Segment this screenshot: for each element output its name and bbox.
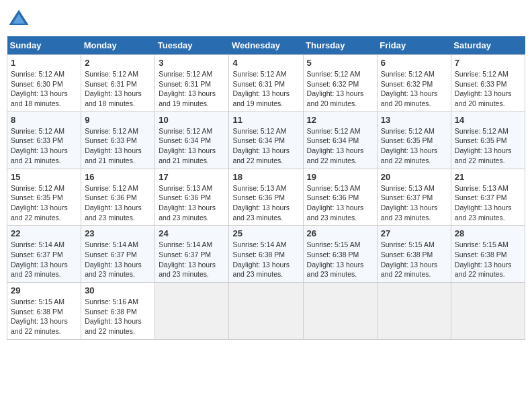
weekday-header-monday: Monday (81, 36, 155, 55)
cell-details: Sunrise: 5:16 AMSunset: 6:38 PMDaylight:… (85, 297, 151, 336)
cell-details: Sunrise: 5:12 AMSunset: 6:32 PMDaylight:… (307, 69, 373, 109)
weekday-header-saturday: Saturday (451, 36, 525, 55)
cell-details: Sunrise: 5:12 AMSunset: 6:35 PMDaylight:… (381, 126, 447, 166)
calendar-cell: 21Sunrise: 5:13 AMSunset: 6:37 PMDayligh… (451, 169, 525, 226)
cell-details: Sunrise: 5:12 AMSunset: 6:35 PMDaylight:… (455, 126, 521, 166)
cell-details: Sunrise: 5:13 AMSunset: 6:37 PMDaylight:… (381, 183, 447, 223)
calendar-cell: 4Sunrise: 5:12 AMSunset: 6:31 PMDaylight… (229, 55, 303, 112)
day-number: 26 (307, 228, 373, 238)
cell-details: Sunrise: 5:13 AMSunset: 6:37 PMDaylight:… (455, 183, 521, 223)
day-number: 9 (85, 115, 151, 125)
cell-details: Sunrise: 5:12 AMSunset: 6:34 PMDaylight:… (232, 126, 299, 166)
calendar-cell (155, 283, 229, 340)
calendar-week-row: 29Sunrise: 5:15 AMSunset: 6:38 PMDayligh… (7, 283, 525, 340)
calendar-cell: 12Sunrise: 5:12 AMSunset: 6:34 PMDayligh… (303, 111, 377, 169)
cell-details: Sunrise: 5:14 AMSunset: 6:38 PMDaylight:… (232, 240, 299, 279)
calendar-cell: 18Sunrise: 5:13 AMSunset: 6:36 PMDayligh… (229, 169, 303, 226)
cell-details: Sunrise: 5:12 AMSunset: 6:33 PMDaylight:… (85, 126, 151, 166)
calendar-cell (377, 283, 451, 340)
calendar-week-row: 8Sunrise: 5:12 AMSunset: 6:33 PMDaylight… (7, 111, 525, 169)
calendar-cell: 30Sunrise: 5:16 AMSunset: 6:38 PMDayligh… (81, 283, 155, 340)
day-number: 18 (232, 172, 299, 182)
day-number: 23 (85, 228, 151, 238)
weekday-header-tuesday: Tuesday (155, 36, 229, 55)
day-number: 10 (159, 115, 225, 125)
logo (7, 7, 34, 31)
cell-details: Sunrise: 5:12 AMSunset: 6:36 PMDaylight:… (85, 183, 151, 223)
logo-icon (7, 7, 31, 31)
calendar-cell: 1Sunrise: 5:12 AMSunset: 6:30 PMDaylight… (7, 55, 81, 112)
day-number: 1 (11, 58, 77, 68)
day-number: 14 (455, 115, 521, 125)
day-number: 12 (307, 115, 373, 125)
calendar-week-row: 15Sunrise: 5:12 AMSunset: 6:35 PMDayligh… (7, 169, 525, 226)
calendar-cell: 17Sunrise: 5:13 AMSunset: 6:36 PMDayligh… (155, 169, 229, 226)
calendar-cell: 3Sunrise: 5:12 AMSunset: 6:31 PMDaylight… (155, 55, 229, 112)
cell-details: Sunrise: 5:14 AMSunset: 6:37 PMDaylight:… (11, 240, 77, 279)
calendar-cell: 10Sunrise: 5:12 AMSunset: 6:34 PMDayligh… (155, 111, 229, 169)
day-number: 29 (11, 285, 77, 295)
calendar-cell: 9Sunrise: 5:12 AMSunset: 6:33 PMDaylight… (81, 111, 155, 169)
day-number: 5 (307, 58, 373, 68)
cell-details: Sunrise: 5:15 AMSunset: 6:38 PMDaylight:… (381, 240, 447, 279)
cell-details: Sunrise: 5:15 AMSunset: 6:38 PMDaylight:… (455, 240, 521, 279)
cell-details: Sunrise: 5:13 AMSunset: 6:36 PMDaylight:… (307, 183, 373, 223)
calendar-cell (451, 283, 525, 340)
cell-details: Sunrise: 5:13 AMSunset: 6:36 PMDaylight:… (159, 183, 225, 223)
calendar-cell: 27Sunrise: 5:15 AMSunset: 6:38 PMDayligh… (377, 226, 451, 283)
cell-details: Sunrise: 5:12 AMSunset: 6:31 PMDaylight:… (232, 69, 299, 109)
day-number: 25 (232, 228, 299, 238)
day-number: 11 (232, 115, 299, 125)
calendar-cell: 16Sunrise: 5:12 AMSunset: 6:36 PMDayligh… (81, 169, 155, 226)
cell-details: Sunrise: 5:12 AMSunset: 6:31 PMDaylight:… (85, 69, 151, 109)
day-number: 21 (455, 172, 521, 182)
day-number: 30 (85, 285, 151, 295)
calendar-cell: 28Sunrise: 5:15 AMSunset: 6:38 PMDayligh… (451, 226, 525, 283)
calendar-cell: 23Sunrise: 5:14 AMSunset: 6:37 PMDayligh… (81, 226, 155, 283)
calendar-cell: 25Sunrise: 5:14 AMSunset: 6:38 PMDayligh… (229, 226, 303, 283)
calendar-cell (303, 283, 377, 340)
page-header (7, 7, 525, 31)
weekday-header-row: SundayMondayTuesdayWednesdayThursdayFrid… (7, 36, 525, 55)
calendar-week-row: 22Sunrise: 5:14 AMSunset: 6:37 PMDayligh… (7, 226, 525, 283)
weekday-header-friday: Friday (377, 36, 451, 55)
calendar-table: SundayMondayTuesdayWednesdayThursdayFrid… (7, 36, 525, 340)
calendar-cell: 26Sunrise: 5:15 AMSunset: 6:38 PMDayligh… (303, 226, 377, 283)
cell-details: Sunrise: 5:12 AMSunset: 6:31 PMDaylight:… (159, 69, 225, 109)
day-number: 17 (159, 172, 225, 182)
cell-details: Sunrise: 5:13 AMSunset: 6:36 PMDaylight:… (232, 183, 299, 223)
cell-details: Sunrise: 5:12 AMSunset: 6:32 PMDaylight:… (381, 69, 447, 109)
day-number: 15 (11, 172, 77, 182)
day-number: 13 (381, 115, 447, 125)
calendar-cell: 24Sunrise: 5:14 AMSunset: 6:37 PMDayligh… (155, 226, 229, 283)
day-number: 28 (455, 228, 521, 238)
day-number: 2 (85, 58, 151, 68)
cell-details: Sunrise: 5:12 AMSunset: 6:35 PMDaylight:… (11, 183, 77, 223)
day-number: 16 (85, 172, 151, 182)
calendar-cell: 22Sunrise: 5:14 AMSunset: 6:37 PMDayligh… (7, 226, 81, 283)
cell-details: Sunrise: 5:12 AMSunset: 6:33 PMDaylight:… (11, 126, 77, 166)
cell-details: Sunrise: 5:15 AMSunset: 6:38 PMDaylight:… (307, 240, 373, 279)
calendar-cell: 8Sunrise: 5:12 AMSunset: 6:33 PMDaylight… (7, 111, 81, 169)
day-number: 24 (159, 228, 225, 238)
day-number: 7 (455, 58, 521, 68)
day-number: 19 (307, 172, 373, 182)
calendar-cell: 11Sunrise: 5:12 AMSunset: 6:34 PMDayligh… (229, 111, 303, 169)
calendar-cell: 7Sunrise: 5:12 AMSunset: 6:33 PMDaylight… (451, 55, 525, 112)
day-number: 20 (381, 172, 447, 182)
cell-details: Sunrise: 5:12 AMSunset: 6:33 PMDaylight:… (455, 69, 521, 109)
day-number: 27 (381, 228, 447, 238)
calendar-cell: 5Sunrise: 5:12 AMSunset: 6:32 PMDaylight… (303, 55, 377, 112)
weekday-header-sunday: Sunday (7, 36, 81, 55)
cell-details: Sunrise: 5:12 AMSunset: 6:30 PMDaylight:… (11, 69, 77, 109)
calendar-cell: 6Sunrise: 5:12 AMSunset: 6:32 PMDaylight… (377, 55, 451, 112)
day-number: 4 (232, 58, 299, 68)
day-number: 22 (11, 228, 77, 238)
calendar-cell: 29Sunrise: 5:15 AMSunset: 6:38 PMDayligh… (7, 283, 81, 340)
calendar-cell: 20Sunrise: 5:13 AMSunset: 6:37 PMDayligh… (377, 169, 451, 226)
calendar-cell (229, 283, 303, 340)
calendar-week-row: 1Sunrise: 5:12 AMSunset: 6:30 PMDaylight… (7, 55, 525, 112)
calendar-cell: 15Sunrise: 5:12 AMSunset: 6:35 PMDayligh… (7, 169, 81, 226)
calendar-cell: 2Sunrise: 5:12 AMSunset: 6:31 PMDaylight… (81, 55, 155, 112)
cell-details: Sunrise: 5:14 AMSunset: 6:37 PMDaylight:… (85, 240, 151, 279)
